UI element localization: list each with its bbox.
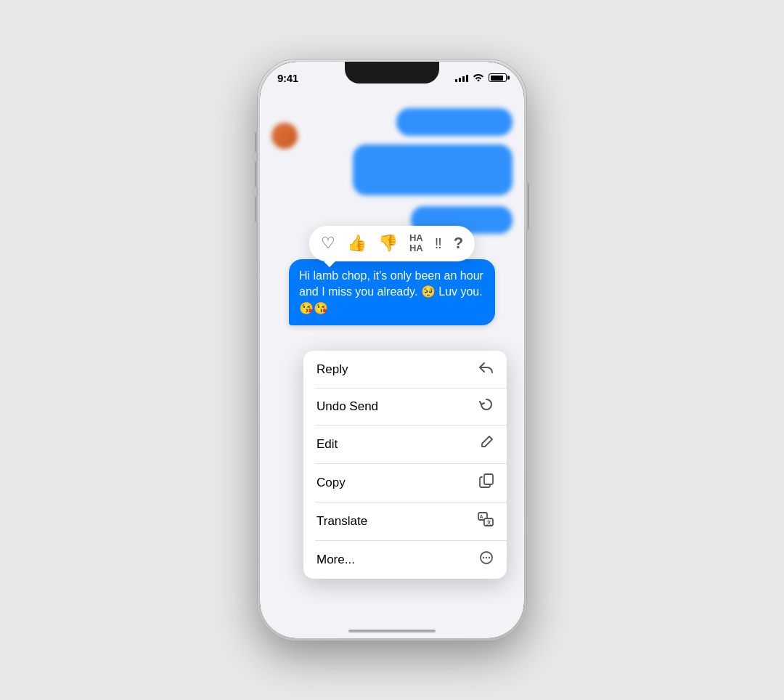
menu-item-edit[interactable]: Edit	[303, 425, 507, 463]
message-bubble: Hi lamb chop, it's only been an hour and…	[289, 259, 495, 325]
undo-send-label: Undo Send	[317, 399, 378, 414]
status-time: 9:41	[277, 72, 298, 84]
phone-screen: 9:41	[260, 62, 524, 638]
status-icons	[455, 73, 507, 84]
context-menu: Reply Undo Send	[303, 351, 507, 579]
menu-item-translate[interactable]: Translate A 文	[303, 502, 507, 540]
reply-label: Reply	[317, 362, 348, 377]
menu-item-more[interactable]: More...	[303, 540, 507, 579]
reaction-thumbs-down[interactable]: 👎	[378, 234, 398, 253]
reply-icon	[479, 361, 494, 378]
svg-point-7	[486, 557, 487, 558]
reaction-thumbs-up[interactable]: 👍	[347, 234, 367, 253]
edit-label: Edit	[317, 437, 338, 452]
phone-frame: 9:41	[258, 60, 526, 640]
volume-down-button	[255, 196, 258, 222]
battery-icon	[489, 73, 507, 82]
home-indicator	[348, 630, 436, 632]
mute-switch	[255, 132, 258, 152]
copy-icon	[479, 473, 494, 492]
phone-inner: 9:41	[260, 62, 524, 638]
svg-text:文: 文	[486, 519, 491, 525]
power-button	[526, 183, 529, 229]
svg-point-6	[483, 557, 484, 558]
svg-rect-0	[484, 474, 493, 484]
more-icon	[479, 550, 494, 569]
volume-up-button	[255, 161, 258, 187]
undo-send-icon	[479, 398, 494, 415]
menu-item-reply[interactable]: Reply	[303, 351, 507, 388]
message-text: Hi lamb chop, it's only been an hour and…	[299, 269, 483, 314]
reaction-haha[interactable]: HAHA	[409, 233, 423, 254]
notch	[345, 62, 439, 84]
signal-icon	[455, 73, 468, 82]
edit-icon	[479, 435, 494, 453]
svg-point-8	[489, 557, 490, 558]
reaction-question[interactable]: ?	[454, 234, 463, 253]
translate-label: Translate	[317, 514, 367, 529]
wifi-icon	[473, 73, 484, 84]
menu-item-undo-send[interactable]: Undo Send	[303, 388, 507, 425]
chat-content: ♡ 👍 👎 HAHA ‼︎ ? Hi lamb chop, it's only …	[260, 94, 524, 638]
menu-item-copy[interactable]: Copy	[303, 463, 507, 502]
more-label: More...	[317, 553, 355, 567]
reaction-heart[interactable]: ♡	[321, 234, 335, 253]
svg-text:A: A	[480, 514, 483, 519]
reaction-emphasis[interactable]: ‼︎	[435, 235, 442, 252]
copy-label: Copy	[317, 476, 346, 490]
translate-icon: A 文	[478, 512, 494, 530]
reaction-bar[interactable]: ♡ 👍 👎 HAHA ‼︎ ?	[309, 226, 475, 261]
